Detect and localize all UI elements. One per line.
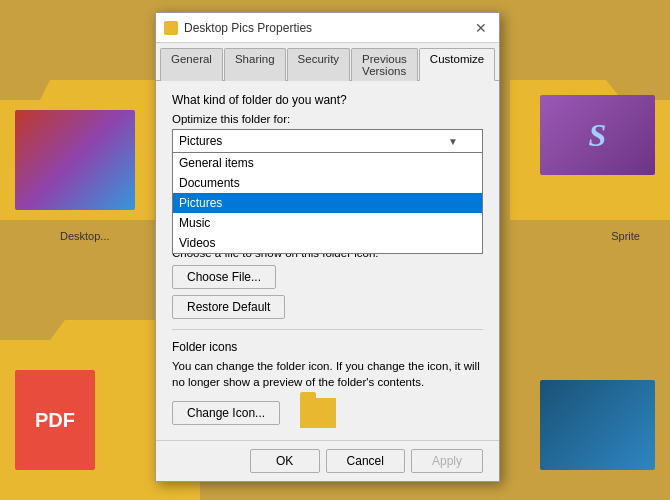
- folder-icons-title: Folder icons: [172, 340, 483, 354]
- bg-pdf: PDF: [15, 370, 95, 470]
- title-bar: Desktop Pics Properties ✕: [156, 13, 499, 43]
- tab-sharing[interactable]: Sharing: [224, 48, 286, 81]
- folder-icons-desc: You can change the folder icon. If you c…: [172, 358, 483, 390]
- folder-icon: [164, 21, 178, 35]
- tab-bar: General Sharing Security Previous Versio…: [156, 43, 499, 81]
- tab-customize[interactable]: Customize: [419, 48, 495, 81]
- dropdown-item-music[interactable]: Music: [173, 213, 482, 233]
- file-buttons: Choose File...: [172, 265, 483, 289]
- folder-icons-section: Folder icons You can change the folder i…: [172, 340, 483, 428]
- optimize-label: Optimize this folder for:: [172, 113, 483, 125]
- cancel-button[interactable]: Cancel: [326, 449, 405, 473]
- tab-previous-versions[interactable]: Previous Versions: [351, 48, 418, 81]
- tab-security[interactable]: Security: [287, 48, 351, 81]
- change-icon-button[interactable]: Change Icon...: [172, 401, 280, 425]
- folder-row: Change Icon...: [172, 398, 483, 428]
- ok-button[interactable]: OK: [250, 449, 320, 473]
- restore-default-button[interactable]: Restore Default: [172, 295, 285, 319]
- restore-button-row: Restore Default: [172, 295, 483, 319]
- folder-icon-preview: [300, 398, 336, 428]
- dialog-footer: OK Cancel Apply: [156, 440, 499, 481]
- bg-image-left: [15, 110, 135, 210]
- dropdown-selected-value: Pictures: [179, 134, 222, 148]
- bg-label-left: Desktop...: [60, 230, 110, 242]
- dropdown-chevron-icon: ▼: [448, 136, 458, 147]
- dialog-content: What kind of folder do you want? Optimiz…: [156, 81, 499, 440]
- bg-label-right: Sprite: [611, 230, 640, 242]
- divider: [172, 329, 483, 330]
- dropdown-item-documents[interactable]: Documents: [173, 173, 482, 193]
- apply-button[interactable]: Apply: [411, 449, 483, 473]
- close-button[interactable]: ✕: [471, 19, 491, 37]
- dropdown-item-pictures[interactable]: Pictures: [173, 193, 482, 213]
- folder-type-dropdown[interactable]: Pictures ▼: [172, 129, 483, 153]
- dropdown-item-videos[interactable]: Videos: [173, 233, 482, 253]
- dropdown-list: General items Documents Pictures Music V…: [172, 153, 483, 254]
- dropdown-item-general[interactable]: General items: [173, 153, 482, 173]
- bg-image-right-bottom: [540, 380, 655, 470]
- choose-file-button[interactable]: Choose File...: [172, 265, 276, 289]
- title-bar-left: Desktop Pics Properties: [164, 21, 312, 35]
- folder-type-question: What kind of folder do you want?: [172, 93, 483, 107]
- folder-type-dropdown-container: Pictures ▼ General items Documents Pictu…: [172, 129, 483, 153]
- bg-image-right-top: S: [540, 95, 655, 175]
- tab-general[interactable]: General: [160, 48, 223, 81]
- dialog-window: Desktop Pics Properties ✕ General Sharin…: [155, 12, 500, 482]
- dialog-title: Desktop Pics Properties: [184, 21, 312, 35]
